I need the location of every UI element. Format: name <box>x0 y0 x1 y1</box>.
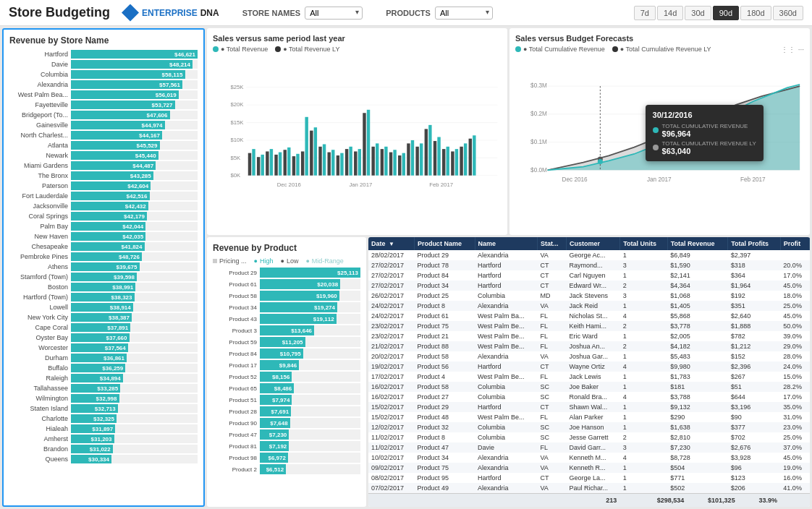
store-bar-row: Queens $30,334 <box>9 455 198 463</box>
store-bar-fill: $39,675 <box>71 262 140 271</box>
store-bar-value: $37,660 <box>106 335 127 341</box>
table-row[interactable]: 12/02/2017Product 32ColumbiaSCJoe Hanson… <box>368 422 810 432</box>
store-bar-row: Buffalo $36,259 <box>9 364 198 372</box>
table-cell: Joshua An... <box>567 341 620 351</box>
store-bar-label: Bridgeport (To... <box>9 111 71 119</box>
table-row[interactable]: 10/02/2017Product 34AlexandriaVAKenneth … <box>368 453 810 463</box>
store-bar-fill: $36,861 <box>71 354 127 362</box>
store-bar-label: Miami Gardens <box>9 162 71 169</box>
table-cell: West Palm Be... <box>475 331 537 341</box>
table-cell: VA <box>537 351 566 362</box>
table-cell: $192 <box>728 291 781 301</box>
table-row[interactable]: 07/02/2017Product 49AlexandriaVAPaul Ric… <box>368 483 810 493</box>
table-header-profit[interactable]: Profit <box>780 237 809 250</box>
product-legend: Pricing ... ● High ● Low ● Mid-Range <box>213 257 360 265</box>
store-bar-value: $42,179 <box>124 213 145 220</box>
table-cell: 45.0% <box>780 281 809 291</box>
table-header-total-profits[interactable]: Total Profits <box>728 237 781 250</box>
store-bar-fill: $45,440 <box>71 151 158 160</box>
store-select[interactable]: All <box>305 7 363 20</box>
table-cell: $5,868 <box>667 311 727 321</box>
table-row[interactable]: 27/02/2017Product 84HartfordCTCarl Nguye… <box>368 270 810 281</box>
time-btn-360d[interactable]: 360d <box>773 6 803 20</box>
table-row[interactable]: 17/02/2017Product 4West Palm Be...FLJack… <box>368 372 810 382</box>
table-row[interactable]: 23/02/2017Product 75West Palm Be...FLKei… <box>368 321 810 331</box>
table-cell: FL <box>537 321 566 331</box>
table-row[interactable]: 11/02/2017Product 8ColumbiaSCJesse Garre… <box>368 432 810 442</box>
table-cell: SC <box>537 432 566 442</box>
product-select-wrapper[interactable]: All <box>435 7 493 20</box>
svg-rect-41 <box>376 143 378 175</box>
product-bar-track: $25,113 <box>260 268 360 278</box>
right-panels: Sales versus same period last year ● Tot… <box>207 28 810 507</box>
store-bar-label: Durham <box>9 354 71 362</box>
store-bar-fill: $42,604 <box>71 181 151 190</box>
table-scroll-area[interactable]: Date ▼Product NameNameStat...CustomerTot… <box>368 237 810 493</box>
table-row[interactable]: 23/02/2017Product 21West Palm Be...FLEri… <box>368 331 810 341</box>
table-row[interactable]: 16/02/2017Product 27ColumbiaSCRonald Bra… <box>368 392 810 402</box>
store-bar-track: $45,440 <box>71 151 198 160</box>
table-cell: MD <box>537 291 566 301</box>
table-header-total-units[interactable]: Total Units <box>620 237 668 250</box>
table-cell: $4,182 <box>667 341 727 351</box>
table-cell: 15/02/2017 <box>368 402 414 412</box>
table-cell: VA <box>537 250 566 260</box>
store-bar-label: Palm Bay <box>9 223 71 230</box>
time-btn-14d[interactable]: 14d <box>657 6 683 20</box>
product-filter-group: PRODUCTS All <box>386 7 493 20</box>
store-bar-value: $31,203 <box>91 436 112 442</box>
table-cell: Alexandria <box>475 463 537 473</box>
table-cell: 28/02/2017 <box>368 250 414 260</box>
store-bar-track: $39,598 <box>71 273 198 281</box>
table-row[interactable]: 27/02/2017Product 34HartfordCTEdward Wr.… <box>368 281 810 291</box>
table-row[interactable]: 27/02/2017Product 78HartfordCTRaymond...… <box>368 260 810 270</box>
store-bar-label: Amherst <box>9 435 71 442</box>
table-header-product-name[interactable]: Product Name <box>414 237 475 250</box>
table-cell: Jack Lewis <box>567 372 620 382</box>
svg-rect-58 <box>451 151 454 175</box>
table-header-customer[interactable]: Customer <box>567 237 620 250</box>
table-header-stat...[interactable]: Stat... <box>537 237 566 250</box>
table-row[interactable]: 21/02/2017Product 88West Palm Be...FLJos… <box>368 341 810 351</box>
store-select-wrapper[interactable]: All <box>305 7 363 20</box>
table-cell: West Palm Be... <box>475 321 537 331</box>
table-row[interactable]: 19/02/2017Product 56HartfordCTWayne Orti… <box>368 362 810 372</box>
table-row[interactable]: 20/02/2017Product 58AlexandriaVAJoshua G… <box>368 351 810 362</box>
time-btn-7d[interactable]: 7d <box>634 6 656 20</box>
table-cell: Alexandria <box>475 483 537 493</box>
tooltip-revenue-ly-dot <box>653 145 659 150</box>
table-row[interactable]: 11/02/2017Product 47DavieFLDavid Garr...… <box>368 442 810 453</box>
store-bar-fill: $32,325 <box>71 414 117 423</box>
table-row[interactable]: 15/02/2017Product 48West Palm Be...FLAla… <box>368 412 810 422</box>
table-cell: $1,590 <box>667 260 727 270</box>
table-cell: Product 58 <box>414 382 475 392</box>
table-row[interactable]: 28/02/2017Product 29AlexandriaVAGeorge A… <box>368 250 810 260</box>
store-bar-fill: $56,019 <box>71 90 179 99</box>
time-btn-90d[interactable]: 90d <box>713 6 739 20</box>
table-row[interactable]: 26/02/2017Product 25ColumbiaMDJack Steve… <box>368 291 810 301</box>
table-cell <box>780 250 809 260</box>
table-row[interactable]: 16/02/2017Product 58ColumbiaSCJoe Baker1… <box>368 382 810 392</box>
table-header-date[interactable]: Date ▼ <box>368 237 414 250</box>
store-bar-row: Columbia $58,115 <box>9 70 198 79</box>
more-icon[interactable]: ··· <box>798 46 804 54</box>
product-select[interactable]: All <box>435 7 493 20</box>
time-btn-30d[interactable]: 30d <box>685 6 711 20</box>
table-cell: 21/02/2017 <box>368 341 414 351</box>
store-bar-label: North Charlest... <box>9 132 71 139</box>
table-row[interactable]: 09/02/2017Product 75AlexandriaVAKenneth … <box>368 463 810 473</box>
table-row[interactable]: 08/02/2017Product 95HartfordCTGeorge La.… <box>368 473 810 483</box>
table-row[interactable]: 24/02/2017Product 61West Palm Ba...FLNic… <box>368 311 810 321</box>
grid-icon[interactable]: ⋮⋮ <box>781 46 795 54</box>
product-bar-track: $10,795 <box>260 348 360 359</box>
time-btn-180d[interactable]: 180d <box>740 6 771 20</box>
table-header-name[interactable]: Name <box>475 237 537 250</box>
store-bar-track: $38,323 <box>71 293 198 301</box>
table-row[interactable]: 15/02/2017Product 29HartfordCTShawn Wal.… <box>368 402 810 412</box>
table-cell: $377 <box>728 422 781 432</box>
table-row[interactable]: 24/02/2017Product 8AlexandriaVAJack Reid… <box>368 301 810 311</box>
table-header-total-revenue[interactable]: Total Revenue <box>667 237 727 250</box>
store-bar-track: $36,861 <box>71 354 198 362</box>
product-bar-track: $7,230 <box>260 429 360 440</box>
table-cell: 1 <box>620 412 668 422</box>
